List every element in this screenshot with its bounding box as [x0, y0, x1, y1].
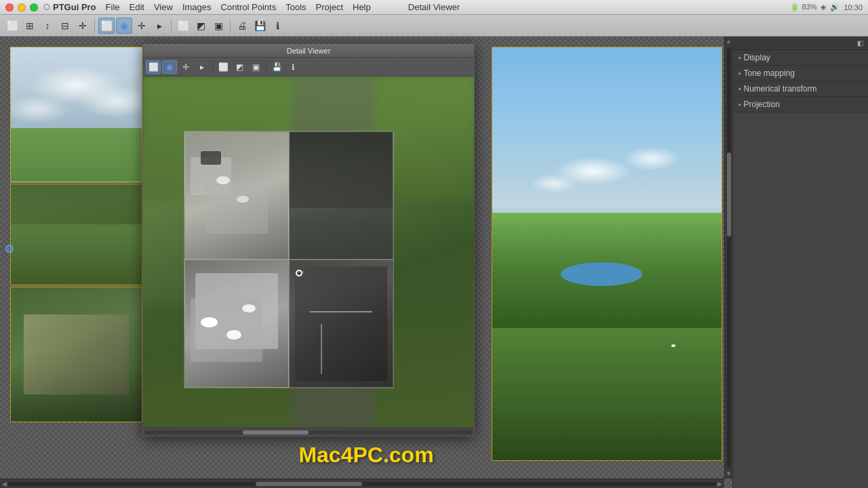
- right-landscape-area[interactable]: [492, 47, 722, 461]
- detail-tool-circle[interactable]: ◉: [162, 60, 177, 74]
- menu-control-points[interactable]: Control Points: [217, 2, 281, 12]
- detail-tool-box1[interactable]: ⬜: [216, 60, 231, 74]
- rocky-path: [24, 314, 128, 395]
- section-numerical: • Numerical transform: [733, 81, 868, 97]
- traffic-lights: [5, 3, 38, 12]
- scroll-left-arrow[interactable]: ◀: [2, 481, 7, 487]
- control-point-left-edge[interactable]: [5, 245, 14, 253]
- display-bullet: •: [738, 54, 741, 62]
- tool-box1[interactable]: ⬜: [175, 18, 191, 34]
- quad-cell-tl: [184, 131, 289, 260]
- animal-silhouette: [201, 151, 221, 165]
- h-scroll-track[interactable]: [8, 482, 716, 486]
- tool-info[interactable]: ℹ: [269, 18, 285, 34]
- tool-select[interactable]: ⬜: [4, 18, 20, 34]
- tool-arrow[interactable]: ▸: [151, 18, 167, 34]
- menu-project[interactable]: Project: [312, 2, 347, 12]
- left-images-area: [10, 47, 142, 461]
- detail-scroll-thumb[interactable]: [243, 430, 309, 434]
- title-bar: ⬡ PTGui Pro File Edit View Images Contro…: [0, 0, 868, 15]
- menu-right-icons: 🔋 83% ◈ 🔊 10:30: [790, 3, 863, 12]
- detail-quadrant-area: [184, 131, 394, 388]
- section-tone-header[interactable]: • Tone mapping: [733, 66, 868, 81]
- grass-strip: [11, 128, 142, 182]
- scroll-right-arrow[interactable]: ▶: [717, 481, 722, 487]
- sky-content: [11, 47, 142, 182]
- quad-cell-tr: [289, 131, 393, 260]
- tool-save[interactable]: 💾: [252, 18, 268, 34]
- image-panel-hills[interactable]: [10, 184, 142, 285]
- volume-icon: 🔊: [830, 3, 840, 12]
- detail-scroll-track[interactable]: [144, 430, 473, 434]
- toolbar-separator-2: [171, 19, 172, 33]
- tool-circle[interactable]: ◉: [116, 18, 132, 34]
- close-button[interactable]: [5, 3, 14, 12]
- sheep-2: [237, 196, 249, 203]
- projection-bullet: •: [738, 101, 741, 108]
- tool-box2[interactable]: ◩: [193, 18, 209, 34]
- tone-label: Tone mapping: [744, 68, 795, 78]
- v-scroll-track[interactable]: [727, 47, 731, 468]
- tool-panorama[interactable]: ⊟: [57, 18, 73, 34]
- detail-tool-info[interactable]: ℹ: [285, 60, 300, 74]
- section-projection-header[interactable]: • Projection: [733, 97, 868, 112]
- wifi-icon: ◈: [821, 3, 826, 12]
- main-toolbar: ⬜ ⊞ ↕ ⊟ ✛ ⬜ ◉ ✛ ▸ ⬜ ◩ ▣ 🖨 💾 ℹ: [0, 15, 868, 37]
- tool-transform[interactable]: ⊞: [22, 18, 38, 34]
- minimize-button[interactable]: [18, 3, 26, 12]
- image-panel-rocky[interactable]: [10, 287, 142, 422]
- h-scroll-thumb[interactable]: [256, 482, 362, 486]
- maximize-button[interactable]: [30, 3, 38, 12]
- menu-file[interactable]: File: [102, 2, 124, 12]
- detail-tool-box2[interactable]: ◩: [232, 60, 247, 74]
- tool-crop[interactable]: ↕: [39, 18, 56, 34]
- section-tone-mapping: • Tone mapping: [733, 66, 868, 81]
- v-scrollbar[interactable]: ▲ ▼: [724, 37, 732, 479]
- detail-control-point[interactable]: [296, 270, 302, 277]
- detail-toolbar-sep: [212, 62, 213, 73]
- sheep-4: [226, 330, 241, 340]
- projection-label: Projection: [744, 100, 780, 109]
- detail-viewer-content[interactable]: +: [143, 77, 474, 428]
- right-panel-header: ◧: [733, 37, 868, 50]
- image-panel-sky[interactable]: [10, 47, 142, 182]
- detail-tool-arrow[interactable]: ▸: [195, 60, 210, 74]
- window-title: Detail Viewer: [408, 2, 460, 12]
- menu-help[interactable]: Help: [349, 2, 375, 12]
- scroll-down-arrow[interactable]: ▼: [726, 469, 732, 479]
- tool-print[interactable]: 🖨: [234, 18, 250, 34]
- menu-tools[interactable]: Tools: [281, 2, 310, 12]
- main-area: Mac4PC.com ◀ ▶ ▲ ▼ Detail Viewer ⬜ ◉ ✛ ▸: [0, 37, 868, 488]
- section-display-header[interactable]: • Display: [733, 50, 868, 65]
- tool-crosshair[interactable]: ✛: [134, 18, 150, 34]
- panel-toggle[interactable]: ◧: [854, 38, 865, 49]
- detail-tool-box3[interactable]: ▣: [248, 60, 263, 74]
- h-scrollbar[interactable]: ◀ ▶: [0, 479, 724, 488]
- numerical-bullet: •: [738, 85, 741, 93]
- v-scroll-thumb[interactable]: [727, 152, 731, 237]
- tool-move[interactable]: ✛: [75, 18, 91, 34]
- detail-viewer-window[interactable]: Detail Viewer ⬜ ◉ ✛ ▸ ⬜ ◩ ▣ 💾 ℹ: [142, 43, 475, 436]
- right-panel: ◧ • Display • Tone mapping • Numerical t…: [732, 37, 868, 488]
- tool-box3[interactable]: ▣: [210, 18, 226, 34]
- quadrant-crosshair-v: [289, 131, 290, 388]
- scroll-up-arrow[interactable]: ▲: [726, 37, 732, 46]
- image-panel-landscape[interactable]: [492, 47, 722, 461]
- menu-images[interactable]: Images: [178, 2, 216, 12]
- tool-rect[interactable]: ⬜: [98, 18, 115, 34]
- menu-edit[interactable]: Edit: [125, 2, 149, 12]
- tone-bullet: •: [738, 70, 741, 77]
- detail-viewer-titlebar: Detail Viewer: [143, 44, 474, 58]
- app-name: ⬡ PTGui Pro: [43, 2, 96, 12]
- detail-h-scrollbar[interactable]: [143, 428, 474, 436]
- detail-tool-save[interactable]: 💾: [269, 60, 284, 74]
- quad-tr-ground: [290, 196, 393, 260]
- quad-br-line1: [310, 311, 372, 312]
- menu-bar: File Edit View Images Control Points Too…: [102, 2, 375, 12]
- sheep-3: [201, 317, 218, 327]
- section-numerical-header[interactable]: • Numerical transform: [733, 81, 868, 96]
- quad-br-line2: [321, 324, 322, 375]
- detail-tool-cross[interactable]: ✛: [178, 60, 193, 74]
- menu-view[interactable]: View: [150, 2, 177, 12]
- detail-tool-rect[interactable]: ⬜: [146, 60, 161, 74]
